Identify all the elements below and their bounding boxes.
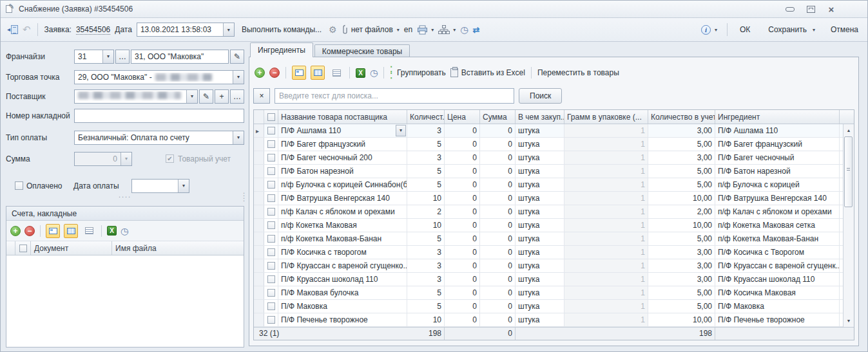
grid-row[interactable]: П/Ф Ватрушка Венгерская 1401000штука110,… [254,192,854,205]
col-qty-in-accounting[interactable]: Количество в учете [648,110,715,124]
remove-row-button[interactable]: − [24,226,35,236]
dock-panel-icon[interactable]: ◂ [7,25,18,35]
row-checkbox[interactable] [267,262,275,270]
history-icon[interactable]: ◷ [460,24,468,35]
supplier-lookup-button[interactable]: … [230,89,244,104]
grid-row[interactable]: П/Ф Круассан шоколад 110300штука13,00П/Ф… [254,273,854,286]
minimize-button[interactable] [785,5,795,14]
row-checkbox[interactable] [267,127,275,134]
grid-history-icon[interactable]: ◷ [370,68,378,78]
supplier-product-cell[interactable]: П/Ф Багет чесночный 200 [278,151,407,164]
invoice-number-input[interactable] [74,109,244,123]
grid-remove-row-button[interactable]: − [269,68,280,78]
scrollbar-thumb[interactable] [844,136,853,207]
grid-row[interactable]: П/Ф Круассан с вареной сгущенко...300шту… [254,259,854,273]
grid-select-all-cell[interactable] [264,110,278,124]
row-checkbox[interactable] [267,248,275,256]
tab-ingredients[interactable]: Ингредиенты [250,42,313,57]
supplier-add-button[interactable]: + [215,89,229,104]
grid-fit-columns-toggle[interactable] [311,66,325,80]
grid-row[interactable]: П/Ф Печенье творожное1000штука110,00П/Ф … [254,313,854,327]
row-checkbox[interactable] [267,208,275,216]
supplier-product-cell[interactable]: П/Ф Ватрушка Венгерская 140 [278,192,407,205]
invoices-body[interactable] [6,255,244,347]
request-number-link[interactable]: 35454506 [76,25,110,35]
list-settings-button[interactable] [82,224,96,238]
row-checkbox-cell[interactable] [264,300,278,313]
scroll-down-icon[interactable]: ▼ [844,316,854,326]
col-price[interactable]: Цена [445,110,480,124]
language-indicator[interactable]: en [404,25,412,34]
execute-commands-button[interactable]: Выполнить команды... [239,23,324,36]
grid-row[interactable]: П/Ф Багет чесночный 200300штука13,00П/Ф … [254,151,854,165]
info-button[interactable]: i ▾ [701,25,717,35]
row-checkbox-cell[interactable] [264,259,278,272]
row-checkbox-cell[interactable] [264,246,278,259]
row-checkbox[interactable] [267,302,275,310]
supplier-product-cell[interactable]: П/Ф Маковая булочка [278,286,407,299]
row-checkbox[interactable] [267,140,275,148]
row-checkbox-cell[interactable] [264,205,278,218]
supplier-product-cell[interactable]: п/ф Булочка с корицей Синнабон(б... [278,178,407,191]
grid-list-settings-button[interactable] [329,66,343,80]
row-checkbox[interactable] [267,194,275,202]
col-quantity[interactable]: Количест... [407,110,445,124]
fit-columns-toggle[interactable] [64,224,78,238]
print-button[interactable]: ▾ [417,25,434,35]
col-sum[interactable]: Сумма [480,110,516,124]
invoices-history-icon[interactable]: ◷ [121,226,128,236]
ok-button[interactable]: ОК [737,23,753,36]
supplier-product-cell[interactable]: п/ф Кокетка Маковая [278,219,407,232]
export-excel-icon[interactable]: X [107,226,117,236]
horizontal-splitter-handle[interactable] [6,193,244,199]
row-checkbox-cell[interactable] [264,232,278,245]
restore-button[interactable] [805,5,816,14]
add-row-button[interactable]: + [10,226,21,236]
grid-row[interactable]: П/Ф Багет французский500штука15,00П/Ф Ба… [254,138,854,151]
paste-from-excel-button[interactable]: Вставить из Excel [450,68,525,77]
supplier-combo[interactable]: ▾ [74,89,198,104]
supplier-product-cell[interactable]: П/Ф Печенье творожное [278,313,407,326]
row-checkbox-cell[interactable] [264,178,278,191]
close-button[interactable]: × [826,5,836,14]
supplier-product-cell[interactable]: п/ф Кокетка Маковая-Банан [278,232,407,245]
row-checkbox[interactable] [267,181,275,189]
row-checkbox[interactable] [267,275,275,283]
date-field[interactable]: 13.08.2021 13:58:03▾ [137,23,235,37]
attachments-button[interactable]: нет файлов ▾ [342,24,400,35]
col-supplier-product[interactable]: Название товара поставщика [278,110,407,124]
grid-row[interactable]: П/Ф Маковая булочка500штука15,00П/Ф Коси… [254,286,854,300]
grid-row[interactable]: ▸П/Ф Ашлама 110▾300штука13,00П/Ф Ашлама … [254,124,854,138]
row-checkbox[interactable] [267,167,275,175]
vertical-scrollbar[interactable]: ▲ ▼ [843,124,854,327]
row-checkbox[interactable] [267,221,275,229]
grid-row[interactable]: п/ф Булочка с корицей Синнабон(б...500шт… [254,178,854,192]
supplier-product-cell[interactable]: П/Ф Маковка [278,300,407,313]
search-input[interactable] [275,88,514,104]
col-ingredient[interactable]: Ингредиент [715,110,840,124]
grid-add-row-button[interactable]: + [255,68,265,78]
supplier-product-cell[interactable]: П/Ф Круассан с вареной сгущенко... [278,259,407,272]
supplier-product-cell[interactable]: п/ф Калач с яблоком и орехами [278,205,407,218]
refresh-icon[interactable]: ⇄ [472,25,479,35]
col-purchase-unit[interactable]: В чем закуп... [516,110,564,124]
supplier-edit-button[interactable]: ✎ [199,89,213,104]
paid-checkbox[interactable] [15,181,23,190]
invoices-select-all-cell[interactable] [15,241,31,255]
franchisee-code-combo[interactable]: 31▾ [74,50,114,64]
supplier-product-cell[interactable]: П/Ф Багет французский [278,138,407,151]
payment-type-combo[interactable]: Безналичный: Оплата по счету▾ [74,131,244,145]
row-checkbox-cell[interactable] [264,313,278,326]
back-icon[interactable]: ↶ [23,24,31,35]
row-checkbox-cell[interactable] [264,219,278,232]
date-dropdown-icon[interactable]: ▾ [223,23,234,36]
gear-icon[interactable]: ⚙ [329,24,337,35]
invoices-select-all-checkbox[interactable] [19,245,27,252]
grid-row[interactable]: п/ф Кокетка Маковая1000штука110,00п/ф Ко… [254,219,854,232]
print-hierarchy-button[interactable]: ▾ [438,24,456,35]
outlet-combo[interactable]: 29, ООО "Маковка" - ▾ [74,70,244,84]
row-checkbox[interactable] [267,289,275,297]
grid-row[interactable]: п/ф Кокетка Маковая-Банан500штука15,00п/… [254,232,854,246]
row-checkbox-cell[interactable] [264,138,278,151]
supplier-product-cell[interactable]: П/Ф Косичка с творогом [278,246,407,259]
